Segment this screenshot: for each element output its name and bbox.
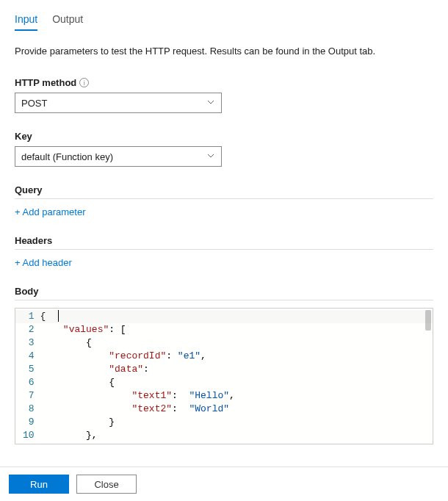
divider bbox=[15, 249, 433, 250]
body-label: Body bbox=[15, 286, 433, 297]
chevron-down-icon bbox=[206, 98, 215, 109]
http-method-select[interactable]: POST bbox=[15, 93, 222, 113]
close-button[interactable]: Close bbox=[76, 475, 137, 494]
divider bbox=[15, 198, 433, 199]
vertical-scrollbar[interactable] bbox=[425, 310, 431, 331]
query-label: Query bbox=[15, 184, 433, 195]
footer-bar: Run Close bbox=[0, 466, 448, 501]
tab-input[interactable]: Input bbox=[15, 13, 37, 31]
line-number-gutter: 12345678910 bbox=[15, 309, 40, 444]
http-method-label: HTTP method i bbox=[15, 77, 433, 88]
http-method-label-text: HTTP method bbox=[15, 77, 76, 88]
add-query-parameter-link[interactable]: + Add parameter bbox=[15, 206, 433, 217]
editor-caret bbox=[58, 310, 59, 322]
run-button[interactable]: Run bbox=[9, 475, 69, 494]
add-header-link[interactable]: + Add header bbox=[15, 257, 433, 268]
http-method-value: POST bbox=[21, 98, 206, 109]
body-code-editor[interactable]: 12345678910 { "values": [ { "recordId": … bbox=[15, 308, 433, 444]
description-text: Provide parameters to test the HTTP requ… bbox=[15, 46, 433, 57]
divider bbox=[15, 300, 433, 300]
tab-output[interactable]: Output bbox=[52, 13, 83, 31]
tabs: Input Output bbox=[15, 13, 433, 31]
active-line-highlight bbox=[15, 310, 433, 323]
key-select[interactable]: default (Function key) bbox=[15, 146, 222, 167]
headers-label: Headers bbox=[15, 235, 433, 246]
key-label: Key bbox=[15, 131, 433, 142]
key-value: default (Function key) bbox=[21, 151, 206, 162]
info-icon[interactable]: i bbox=[79, 78, 89, 87]
code-text-area[interactable]: { "values": [ { "recordId": "e1", "data"… bbox=[40, 309, 433, 444]
chevron-down-icon bbox=[206, 151, 215, 162]
